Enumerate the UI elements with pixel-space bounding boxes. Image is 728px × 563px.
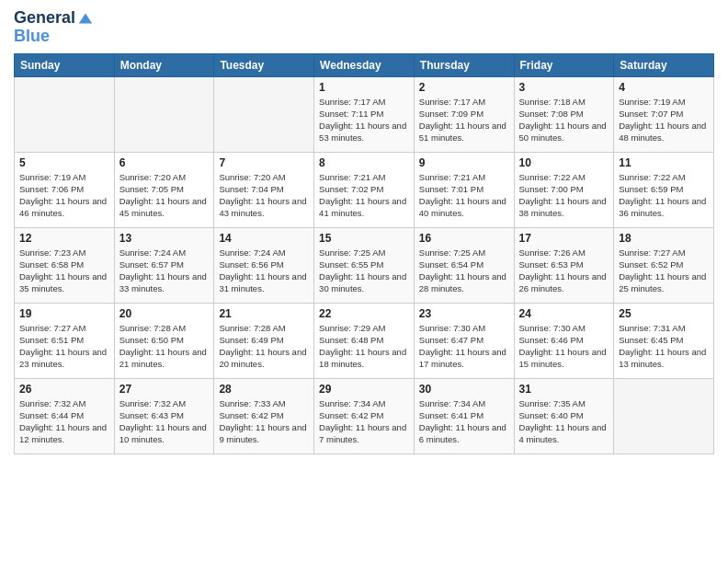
day-info: Sunrise: 7:17 AMSunset: 7:09 PMDaylight:… bbox=[419, 96, 509, 144]
calendar-cell: 15 Sunrise: 7:25 AMSunset: 6:55 PMDaylig… bbox=[314, 227, 415, 303]
logo-text: General bbox=[14, 9, 75, 28]
day-info: Sunrise: 7:22 AMSunset: 7:00 PMDaylight:… bbox=[519, 171, 609, 220]
day-info: Sunrise: 7:24 AMSunset: 6:57 PMDaylight:… bbox=[119, 247, 210, 295]
day-info: Sunrise: 7:19 AMSunset: 7:07 PMDaylight:… bbox=[619, 96, 709, 144]
day-info: Sunrise: 7:21 AMSunset: 7:02 PMDaylight:… bbox=[319, 171, 409, 220]
calendar-cell: 13 Sunrise: 7:24 AMSunset: 6:57 PMDaylig… bbox=[114, 227, 214, 303]
day-info: Sunrise: 7:28 AMSunset: 6:49 PMDaylight:… bbox=[219, 322, 309, 371]
page-header: General Blue bbox=[14, 9, 714, 46]
calendar-cell: 17 Sunrise: 7:26 AMSunset: 6:53 PMDaylig… bbox=[514, 227, 614, 303]
day-number: 14 bbox=[219, 232, 309, 245]
calendar-cell: 28 Sunrise: 7:33 AMSunset: 6:42 PMDaylig… bbox=[214, 378, 314, 454]
calendar-cell: 14 Sunrise: 7:24 AMSunset: 6:56 PMDaylig… bbox=[214, 227, 314, 303]
day-number: 31 bbox=[519, 383, 609, 396]
calendar-week-row: 12 Sunrise: 7:23 AMSunset: 6:58 PMDaylig… bbox=[15, 227, 714, 303]
day-info: Sunrise: 7:17 AMSunset: 7:11 PMDaylight:… bbox=[319, 96, 409, 144]
day-number: 8 bbox=[319, 156, 409, 169]
weekday-header-monday: Monday bbox=[114, 53, 214, 76]
calendar-cell: 31 Sunrise: 7:35 AMSunset: 6:40 PMDaylig… bbox=[514, 378, 614, 454]
calendar-cell: 29 Sunrise: 7:34 AMSunset: 6:42 PMDaylig… bbox=[314, 378, 415, 454]
calendar-cell: 24 Sunrise: 7:30 AMSunset: 6:46 PMDaylig… bbox=[514, 303, 614, 378]
weekday-header-sunday: Sunday bbox=[15, 53, 115, 76]
calendar-cell bbox=[614, 378, 714, 454]
logo: General Blue bbox=[14, 9, 94, 46]
day-info: Sunrise: 7:30 AMSunset: 6:47 PMDaylight:… bbox=[419, 322, 509, 371]
calendar-cell: 7 Sunrise: 7:20 AMSunset: 7:04 PMDayligh… bbox=[214, 152, 314, 227]
day-info: Sunrise: 7:35 AMSunset: 6:40 PMDaylight:… bbox=[519, 397, 609, 446]
calendar-cell bbox=[15, 76, 115, 152]
calendar-week-row: 26 Sunrise: 7:32 AMSunset: 6:44 PMDaylig… bbox=[15, 378, 714, 454]
day-info: Sunrise: 7:18 AMSunset: 7:08 PMDaylight:… bbox=[519, 96, 609, 144]
day-number: 13 bbox=[119, 232, 210, 245]
day-number: 30 bbox=[419, 383, 509, 396]
day-number: 11 bbox=[619, 156, 709, 169]
day-info: Sunrise: 7:27 AMSunset: 6:52 PMDaylight:… bbox=[619, 247, 709, 295]
day-number: 20 bbox=[119, 307, 210, 320]
calendar-week-row: 19 Sunrise: 7:27 AMSunset: 6:51 PMDaylig… bbox=[15, 303, 714, 378]
day-number: 16 bbox=[419, 232, 509, 245]
calendar-cell: 2 Sunrise: 7:17 AMSunset: 7:09 PMDayligh… bbox=[414, 76, 514, 152]
calendar-cell: 19 Sunrise: 7:27 AMSunset: 6:51 PMDaylig… bbox=[15, 303, 115, 378]
calendar-week-row: 5 Sunrise: 7:19 AMSunset: 7:06 PMDayligh… bbox=[15, 152, 714, 227]
calendar-cell: 30 Sunrise: 7:34 AMSunset: 6:41 PMDaylig… bbox=[414, 378, 514, 454]
day-info: Sunrise: 7:29 AMSunset: 6:48 PMDaylight:… bbox=[319, 322, 409, 371]
day-info: Sunrise: 7:20 AMSunset: 7:05 PMDaylight:… bbox=[119, 171, 210, 220]
day-number: 6 bbox=[119, 156, 210, 169]
day-number: 19 bbox=[19, 307, 109, 320]
calendar-cell: 10 Sunrise: 7:22 AMSunset: 7:00 PMDaylig… bbox=[514, 152, 614, 227]
svg-marker-0 bbox=[79, 13, 92, 23]
day-number: 18 bbox=[619, 232, 709, 245]
calendar-week-row: 1 Sunrise: 7:17 AMSunset: 7:11 PMDayligh… bbox=[15, 76, 714, 152]
calendar-cell: 27 Sunrise: 7:32 AMSunset: 6:43 PMDaylig… bbox=[114, 378, 214, 454]
day-info: Sunrise: 7:23 AMSunset: 6:58 PMDaylight:… bbox=[19, 247, 109, 295]
day-number: 25 bbox=[619, 307, 709, 320]
day-number: 12 bbox=[19, 232, 109, 245]
calendar-cell: 22 Sunrise: 7:29 AMSunset: 6:48 PMDaylig… bbox=[314, 303, 415, 378]
weekday-header-friday: Friday bbox=[514, 53, 614, 76]
day-info: Sunrise: 7:25 AMSunset: 6:54 PMDaylight:… bbox=[419, 247, 509, 295]
calendar-cell: 21 Sunrise: 7:28 AMSunset: 6:49 PMDaylig… bbox=[214, 303, 314, 378]
calendar-cell: 1 Sunrise: 7:17 AMSunset: 7:11 PMDayligh… bbox=[314, 76, 415, 152]
day-info: Sunrise: 7:30 AMSunset: 6:46 PMDaylight:… bbox=[519, 322, 609, 371]
day-info: Sunrise: 7:24 AMSunset: 6:56 PMDaylight:… bbox=[219, 247, 309, 295]
calendar-cell: 25 Sunrise: 7:31 AMSunset: 6:45 PMDaylig… bbox=[614, 303, 714, 378]
day-info: Sunrise: 7:20 AMSunset: 7:04 PMDaylight:… bbox=[219, 171, 309, 220]
day-number: 21 bbox=[219, 307, 309, 320]
calendar-cell: 4 Sunrise: 7:19 AMSunset: 7:07 PMDayligh… bbox=[614, 76, 714, 152]
day-number: 10 bbox=[519, 156, 609, 169]
day-info: Sunrise: 7:32 AMSunset: 6:43 PMDaylight:… bbox=[119, 397, 210, 446]
day-info: Sunrise: 7:25 AMSunset: 6:55 PMDaylight:… bbox=[319, 247, 409, 295]
day-number: 1 bbox=[319, 81, 409, 94]
day-info: Sunrise: 7:34 AMSunset: 6:42 PMDaylight:… bbox=[319, 397, 409, 446]
day-number: 26 bbox=[19, 383, 109, 396]
day-info: Sunrise: 7:31 AMSunset: 6:45 PMDaylight:… bbox=[619, 322, 709, 371]
logo-text-blue: Blue bbox=[14, 28, 94, 46]
day-number: 3 bbox=[519, 81, 609, 94]
day-info: Sunrise: 7:32 AMSunset: 6:44 PMDaylight:… bbox=[19, 397, 109, 446]
day-number: 29 bbox=[319, 383, 409, 396]
calendar-cell: 11 Sunrise: 7:22 AMSunset: 6:59 PMDaylig… bbox=[614, 152, 714, 227]
calendar-cell: 18 Sunrise: 7:27 AMSunset: 6:52 PMDaylig… bbox=[614, 227, 714, 303]
calendar-table: SundayMondayTuesdayWednesdayThursdayFrid… bbox=[14, 53, 714, 454]
calendar-cell: 6 Sunrise: 7:20 AMSunset: 7:05 PMDayligh… bbox=[114, 152, 214, 227]
day-number: 7 bbox=[219, 156, 309, 169]
day-info: Sunrise: 7:26 AMSunset: 6:53 PMDaylight:… bbox=[519, 247, 609, 295]
day-number: 27 bbox=[119, 383, 210, 396]
calendar-cell bbox=[214, 76, 314, 152]
calendar-cell: 12 Sunrise: 7:23 AMSunset: 6:58 PMDaylig… bbox=[15, 227, 115, 303]
day-number: 23 bbox=[419, 307, 509, 320]
day-info: Sunrise: 7:33 AMSunset: 6:42 PMDaylight:… bbox=[219, 397, 309, 446]
weekday-header-tuesday: Tuesday bbox=[214, 53, 314, 76]
day-info: Sunrise: 7:19 AMSunset: 7:06 PMDaylight:… bbox=[19, 171, 109, 220]
day-number: 17 bbox=[519, 232, 609, 245]
logo-icon bbox=[77, 10, 94, 27]
calendar-cell: 5 Sunrise: 7:19 AMSunset: 7:06 PMDayligh… bbox=[15, 152, 115, 227]
weekday-header-saturday: Saturday bbox=[614, 53, 714, 76]
calendar-cell: 16 Sunrise: 7:25 AMSunset: 6:54 PMDaylig… bbox=[414, 227, 514, 303]
calendar-cell: 8 Sunrise: 7:21 AMSunset: 7:02 PMDayligh… bbox=[314, 152, 415, 227]
calendar-cell: 9 Sunrise: 7:21 AMSunset: 7:01 PMDayligh… bbox=[414, 152, 514, 227]
calendar-cell: 26 Sunrise: 7:32 AMSunset: 6:44 PMDaylig… bbox=[15, 378, 115, 454]
calendar-cell: 23 Sunrise: 7:30 AMSunset: 6:47 PMDaylig… bbox=[414, 303, 514, 378]
page-container: General Blue SundayMondayTuesdayWednesda… bbox=[0, 0, 728, 563]
day-number: 2 bbox=[419, 81, 509, 94]
